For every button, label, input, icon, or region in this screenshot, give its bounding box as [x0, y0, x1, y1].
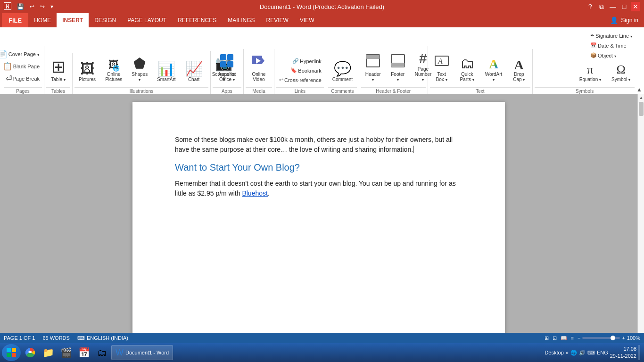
taskbar-file-explorer[interactable]: 📁	[40, 344, 57, 361]
sign-in-label: Sign in	[621, 17, 638, 24]
cover-page-button[interactable]: 📄 Cover Page ▾	[0, 48, 42, 60]
comment-button[interactable]: 💬 Comment	[328, 58, 357, 84]
zoom-thumb[interactable]	[611, 336, 615, 340]
menu-home[interactable]: HOME	[28, 13, 57, 27]
menu-insert[interactable]: INSERT	[57, 13, 89, 27]
help-button[interactable]: ?	[586, 2, 595, 11]
paragraph-2-after-link: .	[268, 189, 270, 197]
menu-view[interactable]: VIEW	[294, 13, 320, 27]
wordart-button[interactable]: A WordArt ▾	[481, 54, 507, 84]
speaker-icon[interactable]: 🔊	[579, 350, 586, 356]
page-break-icon: ⏎	[6, 74, 12, 83]
save-button[interactable]: 💾	[15, 2, 26, 11]
keyboard-icon[interactable]: ⌨	[587, 350, 595, 356]
table-button[interactable]: ⊞ Table ▾	[47, 55, 70, 84]
view-print-icon[interactable]: ⊞	[545, 335, 549, 341]
cross-reference-button[interactable]: ↩ Cross-reference	[277, 75, 324, 84]
smartart-icon: 📊	[157, 60, 175, 77]
menu-references[interactable]: REFERENCES	[172, 13, 222, 27]
object-button[interactable]: 📦 Object ▾	[588, 51, 635, 60]
taskbar: 📁 🎬 📅 🗂 W Document1 - Word Desktop » 🌐 🔊…	[0, 343, 644, 362]
smartart-button[interactable]: 📊 SmartArt	[153, 58, 180, 84]
date-time-label: Date & Time	[598, 43, 627, 49]
taskbar-desktop-label[interactable]: Desktop	[545, 350, 563, 355]
hyperlink-button[interactable]: 🔗 Hyperlink	[290, 57, 324, 66]
taskbar-windows-media[interactable]: 🎬	[58, 344, 74, 361]
symbol-button[interactable]: Ω Symbol ▾	[607, 60, 635, 84]
undo-button[interactable]: ↩	[28, 2, 36, 11]
symbol-label: Symbol ▾	[611, 77, 630, 82]
drop-cap-button[interactable]: A Drop Cap ▾	[507, 54, 530, 84]
text-box-button[interactable]: A Text Box ▾	[430, 51, 454, 84]
zoom-out-icon[interactable]: −	[578, 335, 580, 341]
customize-button[interactable]: ▾	[49, 2, 55, 11]
document-paragraph-2: Remember that it doesn't cost the earth …	[175, 179, 462, 198]
network-icon[interactable]: 🌐	[570, 350, 577, 356]
show-desktop-button[interactable]	[638, 345, 640, 360]
menu-file[interactable]: FILE	[2, 13, 28, 27]
pictures-button[interactable]: 🖼 Pictures	[74, 58, 100, 84]
footer-button[interactable]: Footer ▾	[386, 51, 410, 84]
view-outline-icon[interactable]: ≡	[571, 335, 574, 341]
taskbar-chrome[interactable]	[22, 344, 39, 361]
zoom-control[interactable]: − + 100%	[578, 335, 640, 341]
view-web-icon[interactable]: ⊡	[553, 335, 557, 341]
chevron-right-icon[interactable]: »	[566, 350, 569, 355]
view-read-icon[interactable]: 📖	[561, 335, 567, 341]
page-break-button[interactable]: ⏎ Page Break	[3, 73, 42, 84]
scroll-thumb[interactable]	[639, 102, 644, 116]
taskbar-file-manager[interactable]: 🗂	[93, 344, 110, 361]
chart-label: Chart	[188, 77, 199, 82]
quick-parts-button[interactable]: 🗂 Quick Parts ▾	[454, 53, 480, 84]
scroll-track	[638, 101, 644, 362]
word-logo-icon: 🅆	[4, 2, 11, 11]
close-button[interactable]: ✕	[631, 2, 640, 11]
quick-access-toolbar: 🅆 💾 ↩ ↪ ▾	[4, 2, 55, 11]
apps-for-office-button[interactable]: Apps for Office ▾	[214, 51, 240, 84]
language-tray-icon[interactable]: ENG	[597, 350, 608, 355]
document-page[interactable]: Some of these blogs make over $100k a mo…	[132, 102, 505, 362]
bluehost-link[interactable]: Bluehost	[242, 189, 267, 197]
bookmark-button[interactable]: 🔖 Bookmark	[288, 66, 324, 75]
title-bar: 🅆 💾 ↩ ↪ ▾ Document1 - Word (Product Acti…	[0, 0, 644, 13]
object-icon: 📦	[590, 52, 597, 58]
wordart-label: WordArt ▾	[485, 72, 503, 82]
user-icon: 👤	[610, 16, 618, 24]
redo-button[interactable]: ↪	[38, 2, 47, 11]
maximize-button[interactable]: □	[619, 2, 629, 11]
zoom-slider[interactable]	[582, 337, 620, 339]
sign-in-area[interactable]: 👤 Sign in	[610, 13, 642, 27]
online-video-button[interactable]: Online Video	[247, 51, 271, 84]
vertical-scrollbar[interactable]: ▲ ▼	[637, 94, 644, 362]
signature-line-button[interactable]: ✒ Signature Line ▾	[588, 31, 635, 40]
cross-reference-icon: ↩	[279, 77, 283, 83]
apps-group-label: Apps	[213, 87, 241, 94]
text-box-label: Text Box ▾	[434, 72, 449, 82]
collapse-ribbon-button[interactable]: ▲	[636, 86, 642, 94]
online-pictures-button[interactable]: 🖼🌐 Online Pictures	[101, 53, 126, 84]
header-button[interactable]: Header ▾	[361, 51, 385, 84]
taskbar-calendar[interactable]: 📅	[75, 344, 92, 361]
svg-rect-1	[227, 54, 233, 60]
equation-button[interactable]: π Equation ▾	[575, 60, 605, 84]
svg-rect-15	[7, 353, 11, 357]
scroll-up-arrow[interactable]: ▲	[638, 94, 644, 101]
start-button[interactable]	[2, 344, 21, 361]
svg-rect-13	[7, 348, 11, 352]
chart-icon: 📈	[185, 60, 203, 77]
taskbar-word-document[interactable]: W Document1 - Word	[111, 345, 173, 360]
menu-review[interactable]: REVIEW	[261, 13, 294, 27]
zoom-in-icon[interactable]: +	[622, 335, 625, 341]
restore-button[interactable]: ⧉	[597, 2, 606, 11]
equation-icon: π	[587, 63, 593, 77]
menu-design[interactable]: DESIGN	[89, 13, 122, 27]
menu-page-layout[interactable]: PAGE LAYOUT	[122, 13, 172, 27]
ribbon-section-tables: ⊞ Table ▾ Tables	[44, 53, 73, 94]
chart-button[interactable]: 📈 Chart	[181, 58, 207, 84]
blank-page-button[interactable]: 📋 Blank Page	[0, 60, 42, 72]
minimize-button[interactable]: —	[608, 2, 618, 11]
cross-reference-label: Cross-reference	[284, 77, 322, 83]
date-time-button[interactable]: 📅 Date & Time	[588, 41, 635, 50]
shapes-button[interactable]: ⬟ Shapes ▾	[127, 53, 152, 84]
menu-mailings[interactable]: MAILINGS	[222, 13, 260, 27]
